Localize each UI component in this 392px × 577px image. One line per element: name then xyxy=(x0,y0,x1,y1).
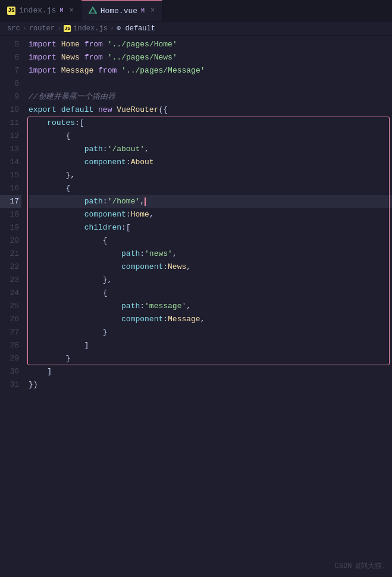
token: , xyxy=(140,195,145,208)
token: '../pages/Message' xyxy=(121,64,205,77)
token: { xyxy=(29,287,108,300)
token: }) xyxy=(29,378,38,391)
token: { xyxy=(29,182,70,195)
code-line-7: import Message from '../pages/Message' xyxy=(29,64,392,77)
ln-13: 13 xyxy=(0,143,21,156)
token xyxy=(29,117,47,130)
token: : xyxy=(163,261,168,274)
token: component xyxy=(84,208,126,221)
token: '../pages/Home' xyxy=(108,38,177,51)
token: , xyxy=(149,208,154,221)
token xyxy=(29,143,84,156)
ln-20: 20 xyxy=(0,234,21,247)
ln-29: 29 xyxy=(0,352,21,365)
breadcrumb-router: router xyxy=(29,24,55,33)
code-line-23: }, xyxy=(29,274,392,287)
token xyxy=(80,38,84,51)
ln-17: 17 xyxy=(0,195,21,208)
ln-16: 16 xyxy=(0,182,21,195)
tab-modified-indicator: M xyxy=(141,8,145,14)
code-line-21: path:'news', xyxy=(29,247,392,261)
svg-marker-0 xyxy=(89,7,96,13)
token: from xyxy=(98,64,117,77)
token: Home xyxy=(131,208,149,221)
token: '/home' xyxy=(108,195,140,208)
token: }, xyxy=(29,169,75,182)
token: component xyxy=(121,313,163,326)
token xyxy=(29,313,121,326)
code-line-15: }, xyxy=(29,169,392,182)
code-line-8 xyxy=(29,77,392,90)
token: , xyxy=(200,313,205,326)
breadcrumb-sep2: › xyxy=(57,24,61,33)
token xyxy=(29,247,121,261)
token: , xyxy=(186,261,191,274)
token xyxy=(103,51,108,64)
tab-label: Home.vue xyxy=(101,7,137,15)
token: , xyxy=(173,247,177,261)
token: ] xyxy=(29,365,52,378)
token: new xyxy=(98,104,112,117)
token: export xyxy=(29,104,57,117)
ln-9: 9 xyxy=(0,90,21,104)
watermark: CSDN @刘大猫. xyxy=(335,561,386,571)
code-line-13: path:'/about', xyxy=(29,143,392,156)
code-line-18: component:Home, xyxy=(29,208,392,221)
token: 'news' xyxy=(145,247,173,261)
ln-21: 21 xyxy=(0,247,21,261)
token xyxy=(29,156,84,169)
token xyxy=(112,104,117,117)
token: path xyxy=(121,300,140,313)
token xyxy=(103,38,108,51)
token: : xyxy=(140,247,145,261)
token xyxy=(80,51,84,64)
token: , xyxy=(186,300,191,313)
tab-close-button[interactable]: × xyxy=(69,7,73,15)
token: ({ xyxy=(158,104,168,117)
token: from xyxy=(84,38,103,51)
breadcrumb: src › router › JS index.js › ⊙ default xyxy=(0,21,392,36)
token: Message xyxy=(168,313,200,326)
highlighted-block: routes:[ { path:'/about', component:Abou… xyxy=(29,117,392,365)
code-line-26: component:Message, xyxy=(29,313,392,326)
code-lines: import Home from '../pages/Home' import … xyxy=(29,38,392,391)
ln-30: 30 xyxy=(0,365,21,378)
token: path xyxy=(121,247,140,261)
token: } xyxy=(29,352,70,365)
code-line-31: }) xyxy=(29,378,392,391)
tab-close-button[interactable]: × xyxy=(150,7,155,15)
ln-18: 18 xyxy=(0,208,21,221)
token: VueRouter xyxy=(117,104,158,117)
token: : xyxy=(103,143,108,156)
code-line-17: path:'/home', xyxy=(29,195,392,208)
token: import xyxy=(29,51,57,64)
tab-home-vue[interactable]: Home.vue M × xyxy=(81,0,163,21)
breadcrumb-js-icon: JS xyxy=(64,25,71,32)
token: routes xyxy=(47,117,75,130)
code-line-28: ] xyxy=(29,339,392,352)
token: } xyxy=(29,326,108,339)
line-numbers: 5 6 7 8 9 10 11 12 13 14 15 16 17 18 19 … xyxy=(0,38,29,391)
code-line-20: { xyxy=(29,234,392,247)
token: : xyxy=(126,156,131,169)
breadcrumb-sep3: › xyxy=(110,24,114,33)
ln-8: 8 xyxy=(0,77,21,90)
ln-27: 27 xyxy=(0,326,21,339)
token: { xyxy=(29,130,70,143)
token: path xyxy=(84,143,103,156)
code-line-12: { xyxy=(29,130,392,143)
code-editor: 5 6 7 8 9 10 11 12 13 14 15 16 17 18 19 … xyxy=(0,36,392,391)
breadcrumb-file: index.js xyxy=(73,24,108,33)
token: News xyxy=(61,51,80,64)
tab-modified-indicator: M xyxy=(59,7,63,14)
token: : xyxy=(140,300,145,313)
token xyxy=(93,64,98,77)
tab-index-js[interactable]: JS index.js M × xyxy=(0,0,81,21)
ln-14: 14 xyxy=(0,156,21,169)
tab-label: index.js xyxy=(19,6,56,15)
js-icon: JS xyxy=(7,7,15,15)
code-line-27: } xyxy=(29,326,392,339)
code-line-22: component:News, xyxy=(29,261,392,274)
token: News xyxy=(168,261,186,274)
ln-22: 22 xyxy=(0,261,21,274)
